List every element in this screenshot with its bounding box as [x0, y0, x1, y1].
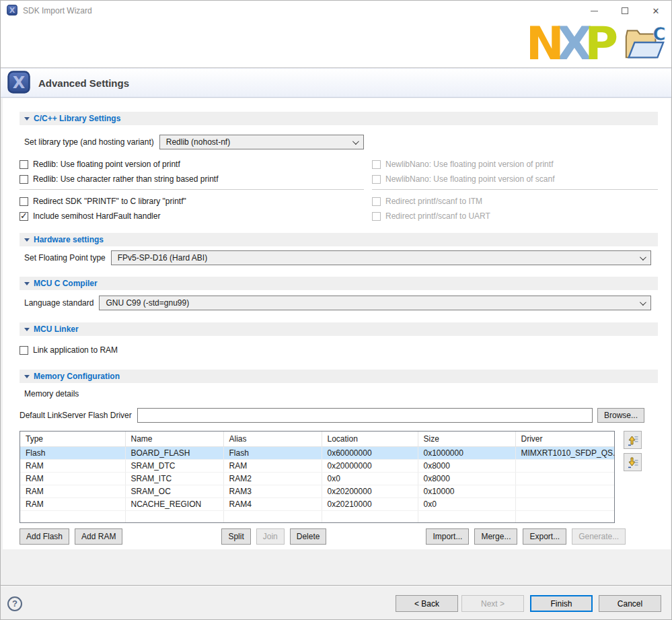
finish-button[interactable]: Finish — [530, 595, 593, 612]
combobox-value: Redlib (nohost-nf) — [166, 137, 347, 147]
memory-table-region: Type Name Alias Location Size Driver Fla… — [20, 431, 658, 523]
column-header-type[interactable]: Type — [20, 432, 125, 446]
library-type-label: Set library type (and hosting variant) — [24, 137, 154, 147]
page-title: Advanced Settings — [38, 77, 129, 89]
split-button[interactable]: Split — [221, 528, 250, 545]
sdk-import-wizard-window: X SDK Import Wizard ✕ NXP C X — [0, 0, 672, 620]
nxp-letter-n: N — [526, 17, 557, 70]
divider — [20, 189, 364, 194]
divider — [372, 189, 658, 194]
collapse-triangle-icon — [24, 375, 30, 378]
move-down-button[interactable] — [624, 453, 642, 471]
checkbox-icon[interactable] — [20, 160, 28, 169]
column-header-driver[interactable]: Driver — [515, 432, 615, 446]
fpu-label: Set Floating Point type — [24, 253, 106, 263]
checkbox-newlibnano-float-scanf: NewlibNano: Use floating point version o… — [372, 172, 658, 186]
language-standard-row: Language standard GNU C99 (-std=gnu99) — [20, 296, 651, 310]
maximize-icon — [622, 7, 628, 14]
fpu-row: Set Floating Point type FPv5-SP-D16 (Har… — [20, 250, 651, 265]
close-icon: ✕ — [652, 6, 660, 16]
join-button: Join — [256, 528, 285, 545]
c-folder-icon: C — [622, 24, 666, 63]
collapse-triangle-icon — [24, 238, 30, 242]
column-header-location[interactable]: Location — [322, 432, 418, 446]
cancel-button[interactable]: Cancel — [599, 595, 661, 612]
flash-driver-label: Default LinkServer Flash Driver — [20, 411, 132, 420]
checkbox-include-semihost-hardfault[interactable]: Include semihost HardFault handler — [20, 209, 364, 223]
collapse-triangle-icon — [24, 117, 30, 120]
fpu-combobox[interactable]: FPv5-SP-D16 (Hard ABI) — [111, 250, 651, 265]
checkbox-checked-icon[interactable] — [20, 212, 28, 221]
checkbox-icon[interactable] — [20, 197, 28, 206]
library-checkbox-grid: Redlib: Use floating point version of pr… — [20, 157, 658, 223]
folder-letter-c: C — [653, 24, 666, 44]
move-up-button[interactable] — [624, 431, 642, 449]
nxp-letter-p: P — [585, 17, 611, 70]
delete-button[interactable]: Delete — [290, 528, 327, 545]
checkbox-redirect-sdk-printf[interactable]: Redirect SDK "PRINTF" to C library "prin… — [20, 194, 364, 209]
row-move-buttons — [624, 431, 642, 523]
column-header-size[interactable]: Size — [418, 432, 515, 446]
table-row-board-flash[interactable]: Flash BOARD_FLASH Flash 0x60000000 0x100… — [20, 446, 615, 459]
memory-details-label: Memory details — [20, 389, 658, 399]
merge-button[interactable]: Merge... — [474, 528, 517, 545]
checkbox-icon — [372, 160, 381, 169]
back-button[interactable]: < Back — [396, 595, 458, 612]
section-mcu-c-compiler[interactable]: MCU C Compiler — [20, 277, 658, 290]
maximize-button[interactable] — [609, 1, 640, 21]
flash-driver-input[interactable] — [137, 408, 593, 423]
checkbox-redirect-uart: Redirect printf/scanf to UART — [372, 209, 658, 223]
section-title: MCU C Compiler — [34, 279, 98, 288]
memory-table: Type Name Alias Location Size Driver Fla… — [20, 431, 615, 523]
question-mark-icon: ? — [12, 598, 17, 609]
column-header-alias[interactable]: Alias — [223, 432, 322, 446]
add-ram-button[interactable]: Add RAM — [75, 528, 122, 545]
wizard-content: C/C++ Library Settings Set library type … — [3, 98, 671, 549]
move-down-icon — [626, 456, 639, 469]
section-title: Hardware settings — [34, 235, 104, 244]
flash-driver-row: Default LinkServer Flash Driver Browse..… — [20, 408, 644, 423]
section-hardware-settings[interactable]: Hardware settings — [20, 233, 658, 246]
checkbox-newlibnano-float-printf: NewlibNano: Use floating point version o… — [372, 157, 658, 172]
library-type-row: Set library type (and hosting variant) R… — [20, 135, 658, 149]
import-button[interactable]: Import... — [426, 528, 469, 545]
checkbox-icon — [372, 197, 381, 206]
wizard-header: X Advanced Settings — [1, 68, 671, 98]
checkbox-icon — [372, 212, 381, 221]
generate-button: Generate... — [572, 528, 626, 545]
browse-button[interactable]: Browse... — [597, 408, 644, 423]
checkbox-redlib-float-printf[interactable]: Redlib: Use floating point version of pr… — [20, 157, 364, 172]
button-bar: ? < Back Next > Finish Cancel — [1, 586, 671, 620]
help-button[interactable]: ? — [7, 596, 22, 611]
logo-band: NXP C — [1, 21, 671, 68]
language-standard-label: Language standard — [24, 298, 94, 308]
nxp-logo: NXP C — [526, 22, 666, 65]
table-header-row: Type Name Alias Location Size Driver — [20, 432, 615, 446]
collapse-triangle-icon — [24, 282, 30, 285]
table-row-sram-oc[interactable]: RAM SRAM_OC RAM3 0x20200000 0x10000 — [20, 485, 615, 497]
language-standard-combobox[interactable]: GNU C99 (-std=gnu99) — [99, 296, 651, 310]
memory-action-buttons: Add Flash Add RAM Split Join Delete Impo… — [20, 528, 658, 545]
checkbox-icon — [372, 175, 381, 184]
checkbox-link-application-to-ram[interactable]: Link application to RAM — [20, 343, 658, 357]
table-row-sram-dtc[interactable]: RAM SRAM_DTC RAM 0x20000000 0x8000 — [20, 459, 615, 472]
checkbox-icon[interactable] — [20, 175, 28, 184]
checkbox-redlib-char-printf[interactable]: Redlib: Use character rather than string… — [20, 172, 364, 186]
close-button[interactable]: ✕ — [640, 1, 671, 21]
checkbox-redirect-itm: Redirect printf/scanf to ITM — [372, 194, 658, 209]
section-library-settings[interactable]: C/C++ Library Settings — [20, 112, 658, 125]
add-flash-button[interactable]: Add Flash — [20, 528, 69, 545]
section-mcu-linker[interactable]: MCU Linker — [20, 322, 658, 336]
column-header-name[interactable]: Name — [125, 432, 223, 446]
checkbox-icon[interactable] — [20, 346, 28, 355]
section-title: Memory Configuration — [34, 372, 120, 381]
library-type-combobox[interactable]: Redlib (nohost-nf) — [159, 135, 364, 149]
table-row-empty — [20, 510, 615, 523]
collapse-triangle-icon — [24, 328, 30, 331]
move-up-icon — [626, 434, 639, 446]
table-row-sram-itc[interactable]: RAM SRAM_ITC RAM2 0x0 0x8000 — [20, 472, 615, 485]
export-button[interactable]: Export... — [523, 528, 566, 545]
table-row-ncache-region[interactable]: RAM NCACHE_REGION RAM4 0x20210000 0x0 — [20, 497, 615, 510]
svg-text:X: X — [13, 73, 26, 92]
section-memory-configuration[interactable]: Memory Configuration — [20, 370, 658, 383]
